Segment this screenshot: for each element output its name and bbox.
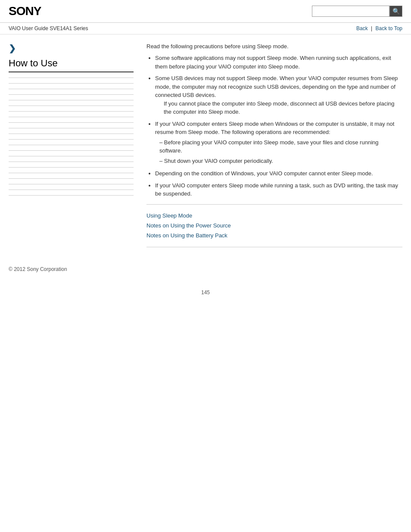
section-title: How to Use <box>9 58 134 72</box>
list-item <box>9 72 134 84</box>
list-item: If your VAIO computer enters Sleep mode … <box>155 120 402 165</box>
bullet2-indent: If you cannot place the computer into Sl… <box>164 100 402 116</box>
list-item: Before placing your VAIO computer into S… <box>159 138 402 155</box>
list-item <box>9 95 134 106</box>
content-divider <box>146 204 402 205</box>
bullet3-text: If your VAIO computer enters Sleep mode … <box>155 121 394 136</box>
header: SONY 🔍 <box>0 0 411 23</box>
sidebar: ❯ How to Use <box>9 39 142 253</box>
related-link-sleep[interactable]: Using Sleep Mode <box>146 211 402 221</box>
nav-separator: | <box>371 25 372 31</box>
search-input[interactable] <box>312 6 389 17</box>
list-item <box>9 151 134 162</box>
list-item <box>9 117 134 128</box>
list-item <box>9 84 134 95</box>
search-area: 🔍 <box>312 6 402 17</box>
content-list: Some software applications may not suppo… <box>146 54 402 198</box>
list-item <box>9 184 134 196</box>
list-item <box>9 162 134 173</box>
content-divider-bottom <box>146 247 402 247</box>
search-button[interactable]: 🔍 <box>389 6 402 17</box>
back-link[interactable]: Back <box>356 25 368 31</box>
sub-list: Before placing your VAIO computer into S… <box>155 138 402 165</box>
list-item <box>9 140 134 151</box>
list-item: Depending on the condition of Windows, y… <box>155 169 402 178</box>
breadcrumb-arrow: ❯ <box>9 43 134 53</box>
list-item: Shut down your VAIO computer periodicall… <box>159 157 402 165</box>
page-number: 145 <box>0 281 411 304</box>
footer: © 2012 Sony Corporation <box>0 258 411 281</box>
content-area: Read the following precautions before us… <box>142 39 402 253</box>
list-item <box>9 106 134 117</box>
content-intro: Read the following precautions before us… <box>146 43 402 50</box>
list-item: If your VAIO computer enters Sleep mode … <box>155 181 402 198</box>
main-container: ❯ How to Use Read the following precauti… <box>0 34 411 258</box>
list-item: Some software applications may not suppo… <box>155 54 402 71</box>
related-link-power[interactable]: Notes on Using the Power Source <box>146 221 402 230</box>
guide-title: VAIO User Guide SVE14A1 Series <box>9 25 88 31</box>
copyright: © 2012 Sony Corporation <box>9 266 67 272</box>
sidebar-menu <box>9 72 134 196</box>
related-link-battery[interactable]: Notes on Using the Battery Pack <box>146 230 402 240</box>
list-item: Some USB devices may not support Sleep m… <box>155 74 402 116</box>
search-icon: 🔍 <box>392 8 400 15</box>
list-item <box>9 173 134 184</box>
back-to-top-link[interactable]: Back to Top <box>376 25 402 31</box>
bullet2-text: Some USB devices may not support Sleep m… <box>155 75 398 98</box>
related-links: Using Sleep Mode Notes on Using the Powe… <box>146 211 402 241</box>
list-item <box>9 128 134 140</box>
sony-logo: SONY <box>9 4 41 18</box>
sub-header: VAIO User Guide SVE14A1 Series Back | Ba… <box>0 23 411 34</box>
nav-links: Back | Back to Top <box>356 25 402 31</box>
